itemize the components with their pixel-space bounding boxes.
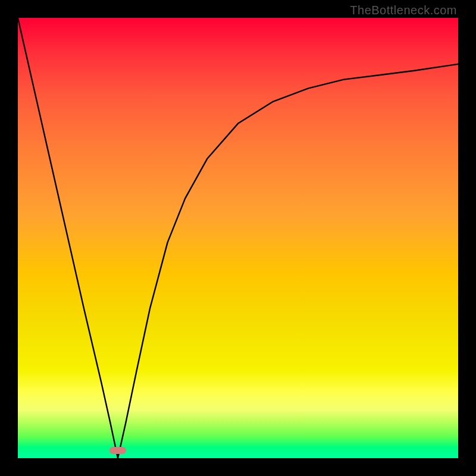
curve-line bbox=[18, 18, 458, 458]
curve-svg bbox=[18, 18, 458, 458]
attribution-text: TheBottleneck.com bbox=[350, 4, 457, 17]
chart-frame: TheBottleneck.com bbox=[0, 0, 476, 476]
plot-area bbox=[18, 18, 458, 458]
minimum-marker bbox=[109, 447, 126, 454]
